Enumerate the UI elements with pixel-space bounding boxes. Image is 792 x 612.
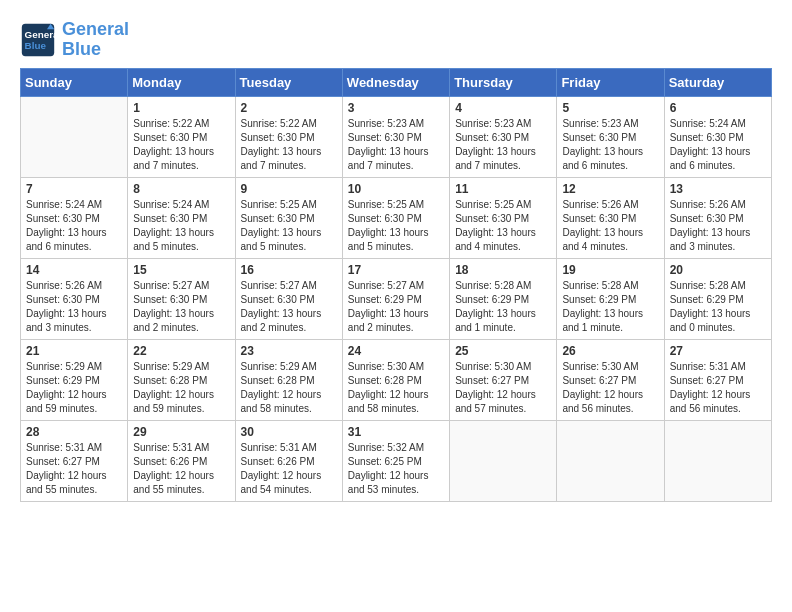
day-number: 28 (26, 425, 122, 439)
svg-text:Blue: Blue (25, 40, 47, 51)
calendar-header-row: SundayMondayTuesdayWednesdayThursdayFrid… (21, 68, 772, 96)
day-info: Sunrise: 5:29 AM Sunset: 6:29 PM Dayligh… (26, 360, 122, 416)
calendar-cell: 23Sunrise: 5:29 AM Sunset: 6:28 PM Dayli… (235, 339, 342, 420)
logo: General Blue GeneralBlue (20, 20, 129, 60)
calendar-cell: 8Sunrise: 5:24 AM Sunset: 6:30 PM Daylig… (128, 177, 235, 258)
day-info: Sunrise: 5:31 AM Sunset: 6:27 PM Dayligh… (670, 360, 766, 416)
day-number: 29 (133, 425, 229, 439)
calendar-cell: 24Sunrise: 5:30 AM Sunset: 6:28 PM Dayli… (342, 339, 449, 420)
calendar-cell: 22Sunrise: 5:29 AM Sunset: 6:28 PM Dayli… (128, 339, 235, 420)
day-info: Sunrise: 5:29 AM Sunset: 6:28 PM Dayligh… (241, 360, 337, 416)
day-number: 5 (562, 101, 658, 115)
day-number: 11 (455, 182, 551, 196)
day-info: Sunrise: 5:28 AM Sunset: 6:29 PM Dayligh… (670, 279, 766, 335)
day-number: 12 (562, 182, 658, 196)
day-of-week-header: Tuesday (235, 68, 342, 96)
day-number: 19 (562, 263, 658, 277)
day-of-week-header: Monday (128, 68, 235, 96)
day-of-week-header: Wednesday (342, 68, 449, 96)
day-info: Sunrise: 5:26 AM Sunset: 6:30 PM Dayligh… (562, 198, 658, 254)
day-number: 22 (133, 344, 229, 358)
calendar-cell (21, 96, 128, 177)
calendar-cell: 30Sunrise: 5:31 AM Sunset: 6:26 PM Dayli… (235, 420, 342, 501)
calendar-cell: 16Sunrise: 5:27 AM Sunset: 6:30 PM Dayli… (235, 258, 342, 339)
calendar-cell: 3Sunrise: 5:23 AM Sunset: 6:30 PM Daylig… (342, 96, 449, 177)
day-number: 3 (348, 101, 444, 115)
calendar-cell: 10Sunrise: 5:25 AM Sunset: 6:30 PM Dayli… (342, 177, 449, 258)
day-info: Sunrise: 5:31 AM Sunset: 6:26 PM Dayligh… (241, 441, 337, 497)
day-info: Sunrise: 5:30 AM Sunset: 6:28 PM Dayligh… (348, 360, 444, 416)
calendar-cell: 21Sunrise: 5:29 AM Sunset: 6:29 PM Dayli… (21, 339, 128, 420)
calendar-week-row: 7Sunrise: 5:24 AM Sunset: 6:30 PM Daylig… (21, 177, 772, 258)
logo-icon: General Blue (20, 22, 56, 58)
day-info: Sunrise: 5:25 AM Sunset: 6:30 PM Dayligh… (241, 198, 337, 254)
day-info: Sunrise: 5:32 AM Sunset: 6:25 PM Dayligh… (348, 441, 444, 497)
calendar-cell: 2Sunrise: 5:22 AM Sunset: 6:30 PM Daylig… (235, 96, 342, 177)
calendar-cell: 31Sunrise: 5:32 AM Sunset: 6:25 PM Dayli… (342, 420, 449, 501)
day-number: 7 (26, 182, 122, 196)
calendar-cell: 7Sunrise: 5:24 AM Sunset: 6:30 PM Daylig… (21, 177, 128, 258)
calendar-cell: 20Sunrise: 5:28 AM Sunset: 6:29 PM Dayli… (664, 258, 771, 339)
day-info: Sunrise: 5:23 AM Sunset: 6:30 PM Dayligh… (455, 117, 551, 173)
calendar-cell: 15Sunrise: 5:27 AM Sunset: 6:30 PM Dayli… (128, 258, 235, 339)
calendar-cell: 5Sunrise: 5:23 AM Sunset: 6:30 PM Daylig… (557, 96, 664, 177)
day-number: 13 (670, 182, 766, 196)
day-of-week-header: Saturday (664, 68, 771, 96)
calendar-cell: 17Sunrise: 5:27 AM Sunset: 6:29 PM Dayli… (342, 258, 449, 339)
calendar-cell (664, 420, 771, 501)
day-info: Sunrise: 5:25 AM Sunset: 6:30 PM Dayligh… (455, 198, 551, 254)
day-number: 23 (241, 344, 337, 358)
calendar-cell: 12Sunrise: 5:26 AM Sunset: 6:30 PM Dayli… (557, 177, 664, 258)
calendar-week-row: 1Sunrise: 5:22 AM Sunset: 6:30 PM Daylig… (21, 96, 772, 177)
calendar-cell: 19Sunrise: 5:28 AM Sunset: 6:29 PM Dayli… (557, 258, 664, 339)
day-number: 8 (133, 182, 229, 196)
day-of-week-header: Sunday (21, 68, 128, 96)
day-number: 31 (348, 425, 444, 439)
day-number: 27 (670, 344, 766, 358)
calendar-cell: 13Sunrise: 5:26 AM Sunset: 6:30 PM Dayli… (664, 177, 771, 258)
day-info: Sunrise: 5:27 AM Sunset: 6:29 PM Dayligh… (348, 279, 444, 335)
calendar-week-row: 14Sunrise: 5:26 AM Sunset: 6:30 PM Dayli… (21, 258, 772, 339)
calendar-cell: 28Sunrise: 5:31 AM Sunset: 6:27 PM Dayli… (21, 420, 128, 501)
day-info: Sunrise: 5:23 AM Sunset: 6:30 PM Dayligh… (348, 117, 444, 173)
day-info: Sunrise: 5:27 AM Sunset: 6:30 PM Dayligh… (241, 279, 337, 335)
day-info: Sunrise: 5:25 AM Sunset: 6:30 PM Dayligh… (348, 198, 444, 254)
day-of-week-header: Thursday (450, 68, 557, 96)
day-number: 25 (455, 344, 551, 358)
calendar-cell: 4Sunrise: 5:23 AM Sunset: 6:30 PM Daylig… (450, 96, 557, 177)
calendar-cell (450, 420, 557, 501)
calendar-week-row: 28Sunrise: 5:31 AM Sunset: 6:27 PM Dayli… (21, 420, 772, 501)
day-info: Sunrise: 5:30 AM Sunset: 6:27 PM Dayligh… (562, 360, 658, 416)
day-number: 2 (241, 101, 337, 115)
calendar-cell: 29Sunrise: 5:31 AM Sunset: 6:26 PM Dayli… (128, 420, 235, 501)
day-number: 16 (241, 263, 337, 277)
calendar-cell: 11Sunrise: 5:25 AM Sunset: 6:30 PM Dayli… (450, 177, 557, 258)
header: General Blue GeneralBlue (20, 20, 772, 60)
calendar-cell: 14Sunrise: 5:26 AM Sunset: 6:30 PM Dayli… (21, 258, 128, 339)
day-number: 30 (241, 425, 337, 439)
day-number: 18 (455, 263, 551, 277)
day-info: Sunrise: 5:22 AM Sunset: 6:30 PM Dayligh… (133, 117, 229, 173)
day-number: 15 (133, 263, 229, 277)
day-number: 6 (670, 101, 766, 115)
day-info: Sunrise: 5:22 AM Sunset: 6:30 PM Dayligh… (241, 117, 337, 173)
day-number: 1 (133, 101, 229, 115)
day-number: 24 (348, 344, 444, 358)
calendar-cell: 9Sunrise: 5:25 AM Sunset: 6:30 PM Daylig… (235, 177, 342, 258)
calendar-cell (557, 420, 664, 501)
day-info: Sunrise: 5:27 AM Sunset: 6:30 PM Dayligh… (133, 279, 229, 335)
day-number: 10 (348, 182, 444, 196)
calendar-week-row: 21Sunrise: 5:29 AM Sunset: 6:29 PM Dayli… (21, 339, 772, 420)
calendar-cell: 27Sunrise: 5:31 AM Sunset: 6:27 PM Dayli… (664, 339, 771, 420)
calendar-table: SundayMondayTuesdayWednesdayThursdayFrid… (20, 68, 772, 502)
day-number: 26 (562, 344, 658, 358)
calendar-cell: 18Sunrise: 5:28 AM Sunset: 6:29 PM Dayli… (450, 258, 557, 339)
day-number: 9 (241, 182, 337, 196)
calendar-cell: 1Sunrise: 5:22 AM Sunset: 6:30 PM Daylig… (128, 96, 235, 177)
day-info: Sunrise: 5:30 AM Sunset: 6:27 PM Dayligh… (455, 360, 551, 416)
day-info: Sunrise: 5:24 AM Sunset: 6:30 PM Dayligh… (133, 198, 229, 254)
day-number: 21 (26, 344, 122, 358)
calendar-cell: 6Sunrise: 5:24 AM Sunset: 6:30 PM Daylig… (664, 96, 771, 177)
calendar-cell: 25Sunrise: 5:30 AM Sunset: 6:27 PM Dayli… (450, 339, 557, 420)
day-number: 14 (26, 263, 122, 277)
